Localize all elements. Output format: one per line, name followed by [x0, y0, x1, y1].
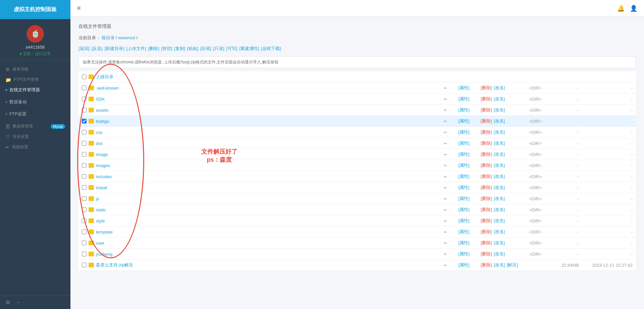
rename-link-7[interactable]: [改名]	[494, 163, 505, 168]
delete-link-8[interactable]: [删除]	[481, 174, 492, 179]
edit-pencil-icon-9[interactable]: ✏	[444, 186, 447, 190]
attr-cell-11[interactable]: [属性]	[450, 204, 477, 215]
file-link-12[interactable]: style	[96, 218, 105, 223]
file-checkbox-6[interactable]	[82, 152, 87, 157]
file-checkbox-4[interactable]	[82, 130, 87, 135]
edit-pencil-icon-3[interactable]: ✏	[444, 119, 447, 124]
rename-link-11[interactable]: [改名]	[494, 207, 505, 212]
file-checkbox-15[interactable]	[82, 252, 87, 256]
extract-link-16[interactable]: [解压]	[507, 262, 518, 267]
delete-link-6[interactable]: [删除]	[481, 152, 492, 157]
rename-link-15[interactable]: [改名]	[494, 251, 505, 256]
delete-link-5[interactable]: [删除]	[481, 141, 492, 146]
delete-link-14[interactable]: [删除]	[481, 240, 492, 245]
settings-icon[interactable]: ⚙	[5, 299, 10, 306]
file-link-7[interactable]: images	[96, 163, 110, 168]
toolbar-back[interactable]: [返回]	[78, 46, 90, 51]
rename-link-1[interactable]: [改名]	[494, 96, 505, 101]
delete-link-13[interactable]: [删除]	[481, 229, 492, 234]
toolbar-deselect[interactable]: [反选]	[92, 46, 103, 51]
breadcrumb-root[interactable]: 根目录	[102, 35, 115, 40]
attr-cell-8[interactable]: [属性]	[450, 171, 477, 182]
delete-link-2[interactable]: [删除]	[481, 107, 492, 112]
sidebar-group-security[interactable]: 🛡 安全设置	[0, 131, 70, 141]
attr-cell-3[interactable]: [属性]	[450, 116, 477, 127]
file-link-6[interactable]: image	[96, 152, 108, 157]
attr-cell-9[interactable]: [属性]	[450, 182, 477, 193]
attr-cell-7[interactable]: [属性]	[450, 160, 477, 171]
user-profile-icon[interactable]: 👤	[630, 5, 637, 12]
file-checkbox-8[interactable]	[82, 174, 87, 179]
file-link-8[interactable]: includes	[96, 174, 112, 179]
toolbar-upload[interactable]: [上传文件]	[126, 46, 146, 51]
rename-link-4[interactable]: [改名]	[494, 130, 505, 135]
edit-pencil-icon-4[interactable]: ✏	[444, 130, 447, 135]
edit-pencil-icon-8[interactable]: ✏	[444, 174, 447, 179]
sidebar-item-ftp[interactable]: FTP设置	[0, 108, 70, 120]
edit-pencil-icon-2[interactable]: ✏	[444, 108, 447, 113]
bell-icon[interactable]: 🔔	[617, 5, 625, 12]
file-checkbox-12[interactable]	[82, 218, 87, 223]
attr-cell-2[interactable]: [属性]	[450, 105, 477, 116]
delete-link-10[interactable]: [删除]	[481, 196, 492, 201]
file-checkbox-13[interactable]	[82, 229, 87, 234]
file-checkbox-14[interactable]	[82, 241, 87, 245]
attr-cell-14[interactable]: [属性]	[450, 238, 477, 249]
updir-link[interactable]: 上级目录	[96, 74, 113, 80]
file-checkbox-10[interactable]	[82, 196, 87, 201]
sidebar-group-basic[interactable]: ⚙ 基本功能	[0, 63, 70, 73]
breadcrumb-wwwroot[interactable]: wwwroot	[118, 35, 135, 40]
edit-pencil-icon-1[interactable]: ✏	[444, 97, 447, 102]
file-link-11[interactable]: static	[96, 207, 106, 212]
sidebar-item-filemanager[interactable]: 在线文件管理器	[0, 84, 70, 96]
delete-link-4[interactable]: [删除]	[481, 130, 492, 135]
delete-link-7[interactable]: [删除]	[481, 163, 492, 168]
file-link-16[interactable]: 森度云支持.zip解压	[96, 262, 133, 268]
attr-cell-10[interactable]: [属性]	[450, 193, 477, 204]
file-link-3[interactable]: bubtgu	[96, 119, 109, 124]
toolbar-delete[interactable]: [删除]	[148, 46, 159, 51]
toolbar-copy[interactable]: [复制]	[174, 46, 185, 51]
edit-pencil-icon-7[interactable]: ✏	[444, 163, 447, 168]
edit-pencil-icon-6[interactable]: ✏	[444, 152, 447, 157]
attr-cell-6[interactable]: [属性]	[450, 149, 477, 160]
rename-link-12[interactable]: [改名]	[494, 218, 505, 223]
file-link-5[interactable]: doc	[96, 141, 103, 146]
file-checkbox-7[interactable]	[82, 163, 87, 168]
rename-link-14[interactable]: [改名]	[494, 240, 505, 245]
attr-cell-12[interactable]: [属性]	[450, 215, 477, 226]
attr-cell-13[interactable]: [属性]	[450, 226, 477, 238]
delete-link-0[interactable]: [删除]	[481, 85, 492, 90]
updir-checkbox[interactable]	[82, 74, 87, 79]
edit-pencil-icon-5[interactable]: ✏	[444, 141, 447, 146]
file-checkbox-3[interactable]	[82, 119, 87, 123]
edit-pencil-icon-14[interactable]: ✏	[444, 241, 447, 246]
delete-link-12[interactable]: [删除]	[481, 218, 492, 223]
toolbar-paste[interactable]: [粘贴]	[187, 46, 198, 51]
delete-link-3[interactable]: [删除]	[481, 118, 492, 123]
toolbar-compress[interactable]: [压缩]	[200, 46, 211, 51]
sidebar-item-backup[interactable]: 数据备份	[0, 96, 70, 108]
delete-link-15[interactable]: [删除]	[481, 251, 492, 256]
menu-toggle-icon[interactable]: ≡	[77, 5, 81, 12]
file-link-4[interactable]: css	[96, 130, 103, 135]
rename-link-3[interactable]: [改名]	[494, 118, 505, 123]
toolbar-rebuild-attr[interactable]: [重建属性]	[239, 46, 259, 51]
file-link-2[interactable]: assets	[96, 108, 109, 113]
attr-cell-4[interactable]: [属性]	[450, 127, 477, 138]
file-link-15[interactable]: yusheng	[96, 252, 112, 257]
toolbar-writable[interactable]: [可写]	[226, 46, 237, 51]
file-link-13[interactable]: template	[96, 229, 113, 235]
file-checkbox-9[interactable]	[82, 185, 87, 190]
file-link-9[interactable]: install	[96, 185, 107, 190]
delete-link-1[interactable]: [删除]	[481, 96, 492, 101]
file-link-0[interactable]: .well-known	[96, 86, 119, 91]
file-checkbox-16[interactable]	[82, 263, 87, 267]
file-checkbox-5[interactable]	[82, 141, 87, 146]
rename-link-9[interactable]: [改名]	[494, 185, 505, 190]
attr-cell-0[interactable]: [属性]	[450, 83, 477, 94]
edit-pencil-icon-15[interactable]: ✏	[444, 252, 447, 257]
attr-cell-15[interactable]: [属性]	[450, 249, 477, 260]
file-checkbox-0[interactable]	[82, 86, 87, 90]
edit-pencil-icon-12[interactable]: ✏	[444, 219, 447, 223]
